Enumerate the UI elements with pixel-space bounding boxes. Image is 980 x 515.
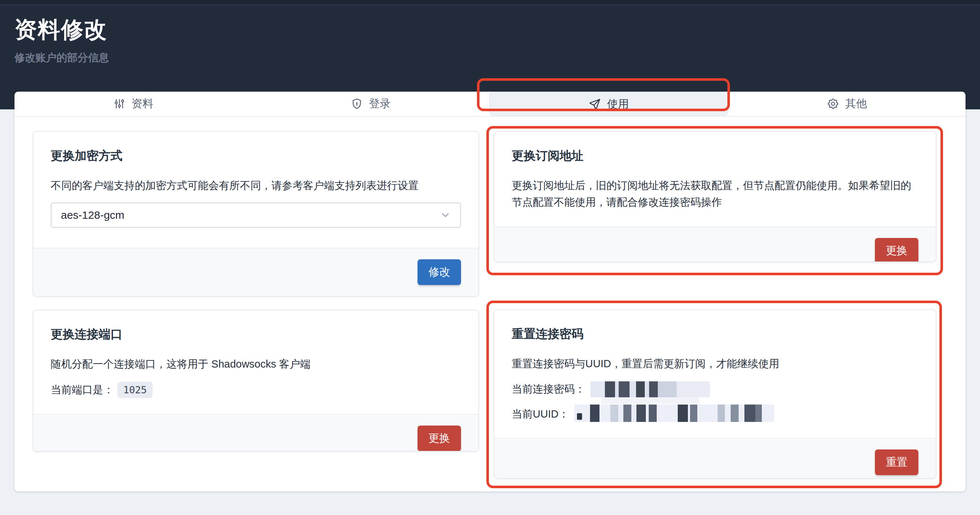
reset-password-button[interactable]: 重置: [875, 450, 918, 475]
top-navbar: [0, 0, 980, 5]
card-change-subscription-title: 更换订阅地址: [512, 148, 918, 164]
card-change-subscription-footer: 更换: [494, 227, 936, 262]
current-password-label: 当前连接密码：: [512, 382, 585, 396]
chevron-down-icon: [440, 210, 451, 220]
page-title: 资料修改: [14, 14, 107, 45]
card-change-subscription: 更换订阅地址 更换订阅地址后，旧的订阅地址将无法获取配置，但节点配置仍能使用。如…: [494, 131, 937, 262]
card-change-port-title: 更换连接端口: [51, 326, 461, 342]
page-subtitle: 修改账户的部分信息: [14, 51, 109, 65]
card-change-subscription-desc: 更换订阅地址后，旧的订阅地址将无法获取配置，但节点配置仍能使用。如果希望旧的节点…: [512, 177, 918, 211]
card-change-encryption-desc: 不同的客户端支持的加密方式可能会有所不同，请参考客户端支持列表进行设置: [51, 177, 461, 194]
card-change-encryption-title: 更换加密方式: [51, 148, 461, 164]
change-port-button[interactable]: 更换: [417, 426, 461, 451]
card-change-encryption: 更换加密方式 不同的客户端支持的加密方式可能会有所不同，请参考客户端支持列表进行…: [33, 131, 479, 296]
redaction-artifact: [577, 413, 582, 420]
card-reset-password-footer: 重置: [494, 438, 936, 479]
tab-profile-label: 资料: [132, 96, 153, 111]
tab-login[interactable]: 登录: [252, 92, 489, 116]
current-uuid-row: 当前UUID：: [512, 407, 918, 422]
card-reset-password-body: 重置连接密码 重置连接密码与UUID，重置后需更新订阅，才能继续使用 当前连接密…: [494, 310, 936, 438]
card-change-port-desc: 随机分配一个连接端口，这将用于 Shadowsocks 客户端: [51, 356, 461, 372]
tab-bar: 资料 登录 使用: [14, 92, 966, 117]
card-change-port-body: 更换连接端口 随机分配一个连接端口，这将用于 Shadowsocks 客户端 当…: [33, 311, 479, 414]
current-port-value: 1025: [118, 382, 153, 398]
card-change-port: 更换连接端口 随机分配一个连接端口，这将用于 Shadowsocks 客户端 当…: [33, 310, 479, 452]
gear-icon: [827, 97, 839, 110]
tab-login-label: 登录: [369, 96, 391, 111]
redacted-password-value: [590, 381, 710, 397]
tab-usage[interactable]: 使用: [489, 92, 728, 116]
current-port-row: 当前端口是： 1025: [51, 382, 461, 398]
card-reset-password: 重置连接密码 重置连接密码与UUID，重置后需更新订阅，才能继续使用 当前连接密…: [494, 309, 937, 479]
tab-other-label: 其他: [845, 96, 867, 111]
tab-usage-label: 使用: [607, 97, 629, 111]
sliders-icon: [113, 97, 126, 110]
send-icon: [589, 98, 601, 111]
card-reset-password-title: 重置连接密码: [512, 326, 918, 342]
current-port-label: 当前端口是：: [51, 383, 114, 397]
modify-encryption-button[interactable]: 修改: [417, 259, 461, 285]
card-reset-password-desc: 重置连接密码与UUID，重置后需更新订阅，才能继续使用: [512, 355, 918, 372]
encryption-method-value: aes-128-gcm: [61, 209, 124, 221]
encryption-method-select[interactable]: aes-128-gcm: [51, 203, 461, 228]
tab-other[interactable]: 其他: [728, 92, 966, 116]
current-password-row: 当前连接密码：: [512, 381, 918, 397]
current-uuid-label: 当前UUID：: [512, 407, 569, 422]
change-subscription-button[interactable]: 更换: [875, 238, 918, 262]
card-change-encryption-footer: 修改: [33, 248, 479, 296]
redacted-uuid-value: [574, 404, 774, 422]
shield-lock-icon: [350, 97, 363, 110]
card-change-encryption-body: 更换加密方式 不同的客户端支持的加密方式可能会有所不同，请参考客户端支持列表进行…: [33, 132, 479, 248]
card-change-subscription-body: 更换订阅地址 更换订阅地址后，旧的订阅地址将无法获取配置，但节点配置仍能使用。如…: [494, 132, 936, 227]
card-change-port-footer: 更换: [33, 414, 479, 452]
tab-profile[interactable]: 资料: [14, 92, 252, 116]
